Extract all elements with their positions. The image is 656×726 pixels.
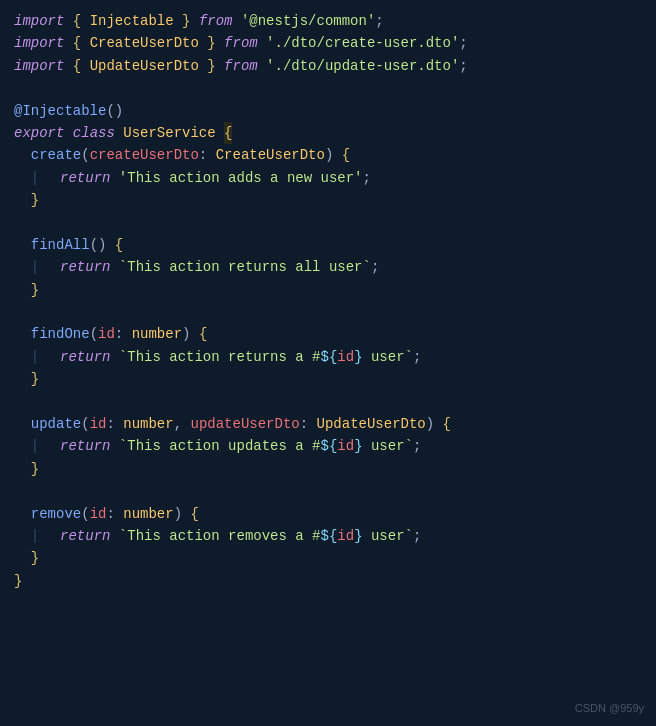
code-line-16: | return `This action returns a #${id} u… [10, 346, 656, 368]
code-line-1: import { Injectable } from '@nestjs/comm… [10, 10, 656, 32]
code-line-26: } [10, 570, 656, 592]
code-line-18 [10, 391, 656, 413]
code-line-17: } [10, 368, 656, 390]
code-line-25: } [10, 547, 656, 569]
code-line-9: } [10, 189, 656, 211]
code-line-21: } [10, 458, 656, 480]
code-line-2: import { CreateUserDto } from './dto/cre… [10, 32, 656, 54]
code-line-4 [10, 77, 656, 99]
code-line-13: } [10, 279, 656, 301]
watermark-text: CSDN @959y [575, 700, 644, 718]
code-line-23: remove ( id : number ) { [10, 503, 656, 525]
code-line-12: | return `This action returns all user` … [10, 256, 656, 278]
code-line-7: create ( createUserDto : CreateUserDto )… [10, 144, 656, 166]
code-line-10 [10, 212, 656, 234]
code-line-5: @Injectable () [10, 100, 656, 122]
code-line-15: findOne ( id : number ) { [10, 323, 656, 345]
code-line-22 [10, 480, 656, 502]
code-line-20: | return `This action updates a #${id} u… [10, 435, 656, 457]
code-line-14 [10, 301, 656, 323]
code-line-24: | return `This action removes a #${id} u… [10, 525, 656, 547]
code-line-8: | return 'This action adds a new user' ; [10, 167, 656, 189]
code-line-11: findAll () { [10, 234, 656, 256]
keyword-import: import [14, 10, 64, 32]
code-line-19: update ( id : number , updateUserDto : U… [10, 413, 656, 435]
code-editor: import { Injectable } from '@nestjs/comm… [0, 0, 656, 726]
code-line-6: export class UserService { [10, 122, 656, 144]
code-line-3: import { UpdateUserDto } from './dto/upd… [10, 55, 656, 77]
